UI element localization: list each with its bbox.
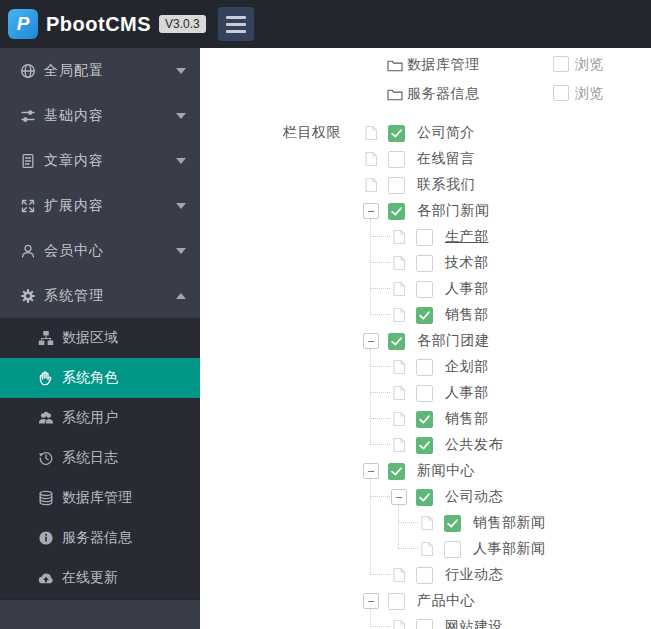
sidebar-item[interactable]: 基础内容	[0, 93, 200, 138]
tree-collapse-toggle[interactable]: −	[391, 489, 407, 505]
sidebar-item[interactable]: 全局配置	[0, 48, 200, 93]
tree-collapse-toggle[interactable]: −	[363, 593, 379, 609]
submenu-item[interactable]: 系统日志	[0, 438, 200, 478]
tree-checkbox[interactable]	[388, 333, 405, 350]
tree-checkbox[interactable]	[388, 125, 405, 142]
tree-node-row: 人事部	[200, 276, 651, 302]
tree-guide-line	[370, 219, 371, 315]
tree-collapse-toggle[interactable]: −	[363, 333, 379, 349]
browse-label: 浏览	[575, 56, 604, 74]
tree-node-row: −产品中心	[200, 588, 651, 614]
tree-checkbox[interactable]	[444, 515, 461, 532]
sitemap-icon	[38, 330, 54, 346]
tree-checkbox[interactable]	[416, 307, 433, 324]
tree-connector-line	[371, 626, 390, 627]
tree-checkbox[interactable]	[416, 619, 433, 629]
tree-node-label[interactable]: 新闻中心	[417, 462, 475, 480]
tree-node-row: −公司动态	[200, 484, 651, 510]
tree-checkbox[interactable]	[444, 541, 461, 558]
tree-guide-line	[370, 349, 371, 445]
browse-checkbox[interactable]	[553, 85, 569, 101]
tree-expander-box[interactable]: −	[363, 203, 379, 219]
tree-collapse-toggle[interactable]: −	[363, 463, 379, 479]
tree-node-label[interactable]: 人事部	[445, 280, 489, 298]
column-permission-tree: 公司简介在线留言联系我们−各部门新闻生产部技术部人事部销售部−各部门团建企划部人…	[200, 120, 651, 629]
tree-checkbox[interactable]	[388, 203, 405, 220]
tree-node-label[interactable]: 技术部	[445, 254, 489, 272]
tree-node-label[interactable]: 网站建设	[445, 618, 503, 629]
file-icon	[391, 281, 407, 297]
tree-checkbox[interactable]	[416, 385, 433, 402]
folder-icon	[387, 58, 403, 71]
tree-connector-line	[371, 366, 390, 367]
tree-expander-box[interactable]: −	[363, 463, 379, 479]
expand-icon	[20, 198, 36, 214]
tree-expander-box[interactable]: −	[391, 489, 407, 505]
tree-node-label[interactable]: 公司简介	[417, 124, 475, 142]
submenu-item[interactable]: 数据库管理	[0, 478, 200, 518]
tree-checkbox[interactable]	[416, 411, 433, 428]
submenu-item[interactable]: 系统用户	[0, 398, 200, 438]
tree-checkbox[interactable]	[388, 463, 405, 480]
permission-name: 数据库管理	[407, 56, 480, 74]
hamburger-icon	[226, 16, 246, 19]
tree-checkbox[interactable]	[416, 229, 433, 246]
sliders-icon	[20, 108, 36, 124]
tree-checkbox[interactable]	[388, 151, 405, 168]
tree-node-label[interactable]: 人事部	[445, 384, 489, 402]
tree-node-label[interactable]: 生产部	[445, 228, 489, 246]
sidebar-item[interactable]: 系统管理	[0, 273, 200, 318]
document-icon	[20, 153, 36, 169]
submenu-item[interactable]: 服务器信息	[0, 518, 200, 558]
tree-expander-box[interactable]: −	[363, 333, 379, 349]
tree-node-label[interactable]: 人事部新闻	[473, 540, 546, 558]
tree-checkbox[interactable]	[388, 177, 405, 194]
tree-guide-line	[370, 479, 371, 575]
submenu-item[interactable]: 在线更新	[0, 558, 200, 598]
tree-node-label[interactable]: 在线留言	[417, 150, 475, 168]
system-permission-list: 数据库管理 浏览 服务器信息 浏览	[200, 50, 651, 108]
tree-node-label[interactable]: 销售部	[445, 306, 489, 324]
browse-checkbox[interactable]	[553, 56, 569, 72]
tree-node-row: −新闻中心	[200, 458, 651, 484]
sidebar-item[interactable]: 会员中心	[0, 228, 200, 273]
tree-node-row: −各部门团建	[200, 328, 651, 354]
tree-node-label[interactable]: 各部门团建	[417, 332, 490, 350]
submenu-item[interactable]: 系统角色	[0, 358, 200, 398]
database-icon	[38, 490, 54, 506]
tree-node-label[interactable]: 公司动态	[445, 488, 503, 506]
tree-node-label[interactable]: 企划部	[445, 358, 489, 376]
tree-collapse-toggle[interactable]: −	[363, 203, 379, 219]
tree-node-label[interactable]: 联系我们	[417, 176, 475, 194]
tree-checkbox[interactable]	[416, 489, 433, 506]
tree-checkbox[interactable]	[388, 593, 405, 610]
tree-node-label[interactable]: 公共发布	[445, 436, 503, 454]
sidebar-item[interactable]: 扩展内容	[0, 183, 200, 228]
tree-node-label[interactable]: 产品中心	[417, 592, 475, 610]
tree-node-label[interactable]: 各部门新闻	[417, 202, 490, 220]
tree-checkbox[interactable]	[416, 281, 433, 298]
tree-connector-line	[371, 496, 390, 497]
tree-connector-line	[399, 548, 418, 549]
tree-node-label[interactable]: 销售部新闻	[473, 514, 546, 532]
file-icon	[391, 307, 407, 323]
tree-node-label[interactable]: 销售部	[445, 410, 489, 428]
tree-checkbox[interactable]	[416, 567, 433, 584]
menu-toggle-button[interactable]	[218, 7, 254, 41]
sidebar-item[interactable]: 文章内容	[0, 138, 200, 183]
tree-checkbox[interactable]	[416, 255, 433, 272]
tree-node-label[interactable]: 行业动态	[445, 566, 503, 584]
tree-connector-line	[371, 444, 390, 445]
cloud-upload-icon	[38, 570, 54, 586]
chevron-up-icon	[176, 293, 186, 299]
file-icon	[363, 125, 379, 141]
tree-checkbox[interactable]	[416, 359, 433, 376]
submenu-item[interactable]: 数据区域	[0, 318, 200, 358]
tree-expander-box[interactable]: −	[363, 593, 379, 609]
tree-connector-line	[371, 262, 390, 263]
file-icon	[391, 359, 407, 375]
top-bar: P PbootCMS V3.0.3	[0, 0, 651, 48]
gear-icon	[20, 288, 36, 304]
file-icon	[391, 411, 407, 427]
tree-checkbox[interactable]	[416, 437, 433, 454]
